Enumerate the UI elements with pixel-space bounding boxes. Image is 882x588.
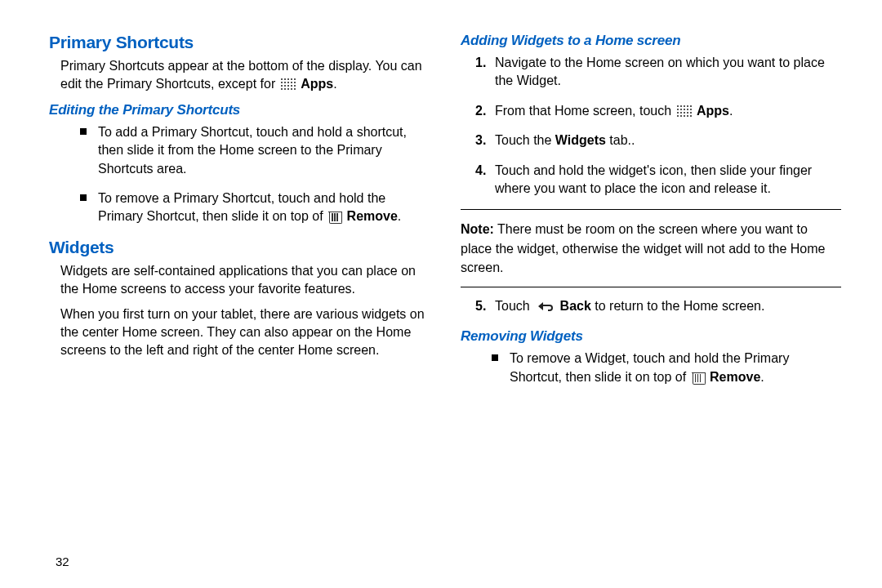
- widgets-para-1: Widgets are self-contained applications …: [60, 262, 430, 299]
- intro-text: Primary Shortcuts appear at the bottom o…: [60, 59, 422, 91]
- page-number: 32: [56, 555, 69, 568]
- note-body: There must be room on the screen where y…: [461, 222, 825, 274]
- heading-primary-shortcuts: Primary Shortcuts: [49, 33, 430, 52]
- right-column: Adding Widgets to a Home screen Navigate…: [461, 33, 841, 398]
- adding-steps: Navigate to the Home screen on which you…: [461, 54, 841, 198]
- heading-removing-widgets: Removing Widgets: [461, 328, 841, 345]
- period: .: [729, 104, 733, 118]
- step3-text-a: Touch the: [495, 133, 555, 147]
- step3-text-c: tab.: [606, 133, 631, 147]
- period: .: [398, 209, 401, 223]
- removing-bullets: To remove a Widget, touch and hold the P…: [461, 350, 841, 386]
- bullet-remove-primary: To remove a Primary Shortcut, touch and …: [80, 189, 430, 226]
- step-4: Touch and hold the widget's icon, then s…: [475, 162, 841, 198]
- note-box: Note: There must be room on the screen w…: [461, 220, 841, 277]
- columns: Primary Shortcuts Primary Shortcuts appe…: [49, 33, 841, 398]
- apps-label: Apps: [301, 77, 333, 91]
- heading-widgets: Widgets: [49, 238, 430, 257]
- left-column: Primary Shortcuts Primary Shortcuts appe…: [49, 33, 430, 398]
- primary-shortcuts-intro: Primary Shortcuts appear at the bottom o…: [60, 57, 430, 94]
- manual-page: Primary Shortcuts Primary Shortcuts appe…: [0, 0, 882, 588]
- heading-adding-widgets: Adding Widgets to a Home screen: [461, 33, 841, 49]
- step5-text-c: to return to the Home screen.: [591, 299, 765, 313]
- divider: [461, 287, 841, 287]
- remove-label: Remove: [710, 370, 760, 384]
- divider: [461, 209, 841, 210]
- widgets-para-2: When you first turn on your tablet, ther…: [60, 305, 430, 360]
- bullet-add-primary: To add a Primary Shortcut, touch and hol…: [80, 123, 430, 178]
- step-5: Touch Back to return to the Home screen.: [475, 297, 841, 317]
- adding-steps-cont: Touch Back to return to the Home screen.: [461, 297, 841, 317]
- back-arrow-icon: [536, 299, 554, 317]
- apps-grid-icon: [281, 78, 296, 90]
- remove-text: To remove a Primary Shortcut, touch and …: [98, 191, 385, 223]
- widgets-tab-label: Widgets: [555, 133, 606, 147]
- remove-label: Remove: [347, 209, 398, 223]
- step2-text: From that Home screen, touch: [495, 104, 675, 118]
- trash-icon: [328, 209, 341, 224]
- step5-text-a: Touch: [495, 299, 533, 313]
- step-3: Touch the Widgets tab..: [475, 131, 841, 149]
- period: .: [333, 77, 336, 91]
- heading-editing-primary: Editing the Primary Shortcuts: [49, 102, 430, 118]
- step-1: Navigate to the Home screen on which you…: [475, 54, 841, 91]
- trash-icon: [692, 370, 705, 385]
- bullet-remove-widget: To remove a Widget, touch and hold the P…: [492, 350, 841, 386]
- note-text: Note: There must be room on the screen w…: [461, 220, 841, 277]
- back-label: Back: [560, 299, 591, 313]
- editing-bullets: To add a Primary Shortcut, touch and hol…: [49, 123, 430, 226]
- apps-grid-icon: [677, 105, 692, 117]
- step-2: From that Home screen, touch Apps.: [475, 102, 841, 120]
- period: .: [760, 370, 764, 384]
- note-label: Note:: [461, 222, 494, 236]
- apps-label: Apps: [697, 104, 729, 118]
